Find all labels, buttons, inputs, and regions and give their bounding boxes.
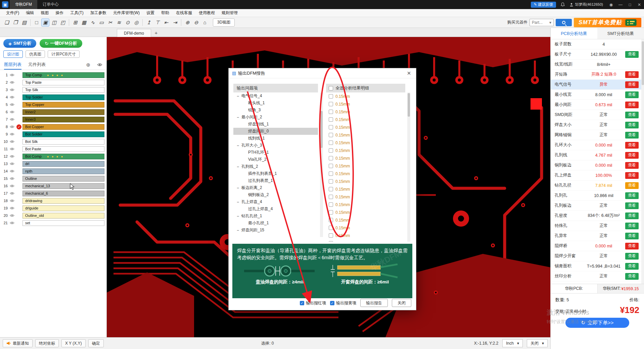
collapse-icon[interactable]: −	[237, 228, 241, 233]
analysis-row[interactable]: 阻焊桥 0.000 mil 查看	[551, 241, 644, 251]
analysis-row[interactable]: 孔密度 834个: 6.48万/m² 查看	[551, 211, 644, 221]
layer-color-bar[interactable]: Outline_old	[22, 213, 104, 219]
view-button[interactable]: 查看	[625, 122, 639, 128]
detail-checkbox[interactable]	[329, 187, 333, 191]
tree-item[interactable]: − 孔环大小_3	[233, 142, 318, 149]
tab-huaqiu-smt[interactable]: 华秋SMT:¥1959.15	[598, 284, 644, 293]
collapse-icon[interactable]: −	[237, 186, 241, 190]
analysis-row[interactable]: 电气信号 异常 查看	[551, 80, 644, 90]
layer-color-bar[interactable]: Bot Copper	[22, 124, 104, 130]
analysis-row[interactable]: 板子层数 4 查看	[551, 39, 644, 49]
detail-checkbox[interactable]	[329, 171, 333, 176]
align-right-icon[interactable]: ⇥	[171, 18, 179, 27]
layer-color-bar[interactable]: Top Silk	[22, 87, 104, 93]
tree-item[interactable]: − 钻孔孔径_1	[233, 212, 318, 220]
scrollbar[interactable]	[320, 92, 323, 237]
order-now-button[interactable]: ↻立即下单>>	[565, 318, 629, 328]
layer-row[interactable]: 1 Top Comp ● ● ● ●	[0, 71, 106, 79]
visibility-eye-icon[interactable]	[9, 140, 15, 143]
visibility-eye-icon[interactable]	[9, 177, 15, 180]
select-corner-icon[interactable]: ◰	[59, 18, 67, 27]
view-button[interactable]: 查看	[625, 91, 639, 98]
view-button[interactable]: 查看	[625, 142, 639, 149]
detail-checkbox[interactable]	[329, 94, 333, 99]
detail-checkbox[interactable]	[329, 179, 333, 184]
smt-analysis-button[interactable]: ◈SMT分析	[3, 39, 36, 48]
visibility-eye-icon[interactable]	[9, 214, 15, 217]
feedback-button[interactable]: ✎ 建议反馈	[531, 2, 556, 8]
analysis-row[interactable]: 钻孔孔径 7.874 mil 查看	[551, 181, 644, 191]
close-select[interactable]: 关闭▾	[527, 339, 548, 347]
detail-row[interactable]: 0.15mm	[326, 92, 405, 100]
search-button[interactable]	[556, 19, 572, 26]
visibility-eye-icon[interactable]	[9, 206, 15, 210]
pour-icon[interactable]: ⊤	[153, 18, 162, 27]
confirm-button[interactable]: 确定	[88, 339, 104, 347]
collapse-icon[interactable]: −	[237, 214, 241, 219]
detail-checkbox[interactable]	[329, 133, 333, 137]
detail-checkbox[interactable]	[329, 125, 333, 129]
layer-row[interactable]: 16 mechanical_13	[0, 182, 106, 190]
view-button[interactable]: 查看	[625, 51, 639, 58]
layer-color-bar[interactable]: Bot Silk	[22, 139, 104, 145]
detail-checkbox[interactable]	[329, 241, 333, 242]
layer-row[interactable]: 20 Outline_old	[0, 212, 106, 219]
app-menu-icon[interactable]: ◉	[606, 0, 616, 9]
view-button[interactable]: 查看	[625, 162, 639, 169]
detail-row[interactable]: 0.15mm	[326, 178, 405, 185]
collapse-icon[interactable]: −	[237, 164, 241, 169]
view-3d-button[interactable]: 3D视图	[213, 18, 235, 27]
zoom-out-icon[interactable]: ⊖	[192, 18, 200, 27]
detail-row[interactable]: 0.15mm	[326, 208, 405, 216]
scrollbar[interactable]	[641, 39, 644, 284]
layer-row[interactable]: 21 set	[0, 219, 106, 227]
visibility-eye-icon[interactable]	[9, 155, 15, 158]
analysis-row[interactable]: 线宽/线距 8/4mil+ 查看	[551, 60, 644, 70]
layer-row[interactable]: 10 Bot Silk	[0, 138, 106, 145]
toggle-all-eye-icon[interactable]	[97, 63, 102, 67]
absolute-coords-button[interactable]: 绝对坐标	[35, 339, 59, 347]
scrollbar-thumb[interactable]	[320, 111, 323, 148]
output-yellow-items-checkbox[interactable]: ✓ 输出报黄项	[330, 300, 356, 306]
zoom-target-icon[interactable]: ⊙	[124, 18, 132, 27]
layer-color-bar[interactable]: Top Copper	[22, 102, 104, 108]
latest-notice-button[interactable]: 最新通知	[3, 339, 33, 347]
tab-component-list[interactable]: 元件列表	[28, 60, 46, 70]
layer-color-bar[interactable]: Bot Paste	[22, 146, 104, 152]
unit-select[interactable]: Inch▾	[502, 339, 523, 347]
view-button[interactable]: 查看	[625, 223, 639, 229]
detail-row[interactable]: 0.15mm	[326, 239, 405, 242]
menu-item[interactable]: 操作	[52, 10, 67, 16]
tab-design-view[interactable]: 设计图	[3, 50, 23, 58]
add-circle-icon[interactable]: ⊕	[86, 62, 90, 68]
layer-color-bar[interactable]: Bot Solder	[22, 131, 104, 137]
layer-color-bar[interactable]: mechanical_13	[22, 183, 104, 189]
detail-row[interactable]: 0.15mm	[326, 162, 405, 170]
select-active-icon[interactable]: ▣	[41, 18, 49, 27]
select-rect-icon[interactable]: □	[33, 18, 41, 27]
visibility-eye-icon[interactable]	[9, 132, 15, 136]
detail-row[interactable]: 0.15mm	[326, 216, 405, 224]
detail-row[interactable]: 0.15mm	[326, 193, 405, 201]
maximize-button[interactable]: □	[625, 0, 635, 9]
smt-promo-banner[interactable]: SMT首单免费贴	[574, 18, 641, 27]
view-button[interactable]: 查看	[625, 253, 639, 260]
menu-item[interactable]: 编辑	[22, 10, 37, 16]
visibility-eye-icon[interactable]	[9, 125, 15, 128]
detail-checkbox[interactable]	[329, 148, 333, 153]
visibility-eye-icon[interactable]	[9, 95, 15, 99]
tree-item[interactable]: − 孔到线_2	[233, 163, 318, 170]
collapse-icon[interactable]: −	[237, 94, 241, 99]
menu-item[interactable]: 使用教程	[195, 10, 218, 16]
view-button[interactable]: 查看	[625, 102, 639, 108]
analysis-row[interactable]: 板子尺寸 142.99X90.00 查看	[551, 49, 644, 60]
tree-item[interactable]: − 焊盘到线_1	[233, 121, 318, 128]
detail-row[interactable]: 0.15mm	[326, 201, 405, 208]
layer-row[interactable]: 12 Bot Comp ● ● ● ●	[0, 153, 106, 160]
analysis-row[interactable]: 最小间距 0.673 mil 查看	[551, 100, 644, 110]
view-button[interactable]: 查看	[625, 132, 639, 139]
tree-item[interactable]: − 最小间距_2	[233, 114, 318, 121]
detail-checkbox[interactable]	[329, 233, 333, 238]
visibility-eye-icon[interactable]	[9, 118, 15, 121]
tree-item[interactable]: − 断头线_1	[233, 100, 318, 107]
